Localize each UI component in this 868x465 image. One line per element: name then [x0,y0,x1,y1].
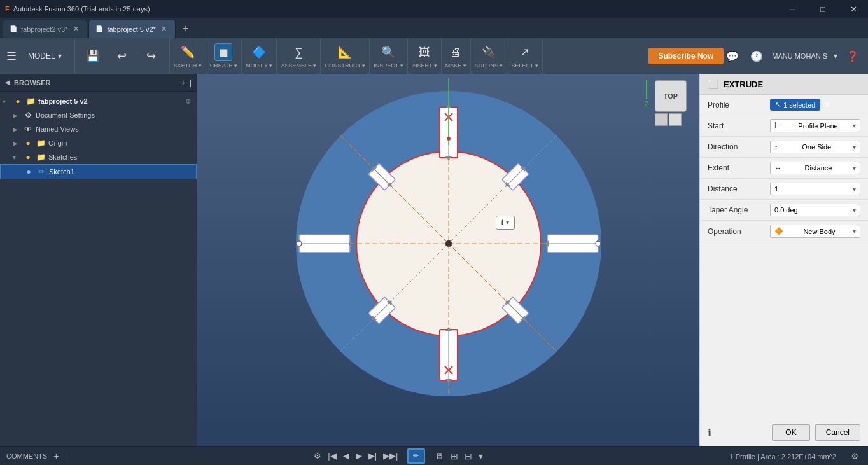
extent-dropdown[interactable]: ↔ Distance ▾ [770,162,860,174]
operation-dropdown-text: New Body [803,228,835,235]
timeline-tools-button[interactable]: ⚙ [311,450,324,462]
distance-input[interactable]: 1 ▾ [770,183,860,195]
start-value-container: ⊢ Profile Plane ▾ [770,119,860,132]
more-view-button[interactable]: ▾ [476,450,486,462]
create-button[interactable]: ◼ CREATE ▾ [210,43,237,69]
timeline-sketch1[interactable]: ✏ [407,448,425,464]
expand-arrow-origin: ▶ [13,140,20,147]
make-button[interactable]: 🖨 MAKE ▾ [445,43,466,69]
display-settings-button[interactable]: 🖥 [433,450,447,462]
info-icon[interactable]: ℹ [708,427,711,439]
tree-item-namedviews[interactable]: ▶ 👁 Named Views [0,122,197,136]
profile-selected-text: 1 selected [783,101,815,109]
new-tab-button[interactable]: + [177,20,195,38]
view-settings-button[interactable]: ⊟ [462,450,475,462]
distance-label: Distance [708,184,765,193]
timeline-next-all-button[interactable]: ▶▶| [381,450,400,462]
panel-title: EXTRUDE [724,80,763,89]
comments-add-button[interactable]: + [51,450,61,462]
timeline-sketch1-icon[interactable]: ✏ [407,448,425,464]
timeline-prev-button[interactable]: ◀ [340,450,352,462]
insert-button[interactable]: 🖼 INSERT ▾ [412,43,437,69]
help-button[interactable]: ❓ [844,48,862,65]
sketch-button[interactable]: ✏️ SKETCH ▾ [174,43,202,69]
timeline-play-button[interactable]: ▶ [353,450,365,462]
distance-input-floating[interactable]: t ▾ [496,216,515,230]
titlebar: F Autodesk Fusion 360 (Trial ends in 25 … [0,0,868,18]
menu-button[interactable]: ☰ [4,46,19,66]
select-button[interactable]: ↗ SELECT ▾ [511,43,538,69]
tab-label-2: fabproject 5 v2* [107,25,155,33]
cube-face-front[interactable] [669,113,682,126]
insert-label: INSERT ▾ [412,62,437,69]
maximize-button[interactable]: □ [808,0,837,18]
tab-close-1[interactable]: ✕ [71,25,80,34]
profile-clear-button[interactable]: ✕ [823,101,832,109]
svg-point-27 [297,241,302,246]
tab-fabproject2[interactable]: 📄 fabproject2 v3* ✕ [3,20,87,38]
operation-label: Operation [708,227,765,236]
tree-item-docsettings[interactable]: ▶ ⚙ Document Settings [0,108,197,122]
browser-add-button[interactable]: + [181,78,186,88]
history-button[interactable]: 🕐 [748,48,766,65]
timeline-next-button[interactable]: ▶| [366,450,379,462]
model-button[interactable]: MODEL ▾ [22,49,68,63]
cancel-button[interactable]: Cancel [815,424,860,441]
view-cube[interactable]: TOP [655,80,693,131]
settings-button[interactable]: ⚙ [848,450,862,462]
browser-collapse-button[interactable]: | [190,78,192,87]
cube-face-left[interactable] [655,113,668,126]
make-label: MAKE ▾ [445,62,466,69]
close-button[interactable]: ✕ [839,0,868,18]
select-group: ↗ SELECT ▾ [507,38,542,74]
sketch-group: ✏️ SKETCH ▾ [170,38,206,74]
expand-arrow-sketches: ▾ [13,154,20,161]
minimize-button[interactable]: ─ [778,0,807,18]
undo-icon: ↩ [113,47,131,65]
addins-label: ADD-INS ▾ [475,62,503,69]
settings-icon: ⚙ [23,110,33,120]
tree-item-origin[interactable]: ▶ ● 📁 Origin [0,136,197,150]
addins-button[interactable]: 🔌 ADD-INS ▾ [475,43,503,69]
grid-settings-button[interactable]: ⊞ [448,450,461,462]
ok-button[interactable]: OK [772,424,809,441]
tab-close-2[interactable]: ✕ [160,25,169,34]
modify-button[interactable]: 🔷 MODIFY ▾ [246,43,272,69]
subscribe-button[interactable]: Subscribe Now [648,48,724,64]
save-button[interactable]: 💾 [79,45,107,67]
tree-item-sketches[interactable]: ▾ ● 📁 Sketches [0,150,197,164]
tab-fabproject5[interactable]: 📄 fabproject 5 v2* ✕ [88,20,175,38]
panel-actions-row: ℹ OK Cancel [700,419,868,446]
start-row: Start ⊢ Profile Plane ▾ [700,115,868,137]
extrude-panel: ⬜ EXTRUDE Profile ↖ 1 selected ✕ Start ⊢… [699,74,868,446]
bottom-right: 1 Profile | Area : 2.212E+04 mm^2 ⚙ [730,450,862,462]
tree-item-sketch1[interactable]: ● ✏ Sketch1 [0,164,197,179]
profile-selected-badge[interactable]: ↖ 1 selected [770,99,820,111]
construct-icon: 📐 [336,43,354,61]
assemble-button[interactable]: ∑ ASSEMBLE ▾ [281,43,316,69]
profile-cursor-icon: ↖ [775,101,781,109]
construct-button[interactable]: 📐 CONSTRUCT ▾ [325,43,365,69]
expand-arrow-namedviews: ▶ [13,126,20,133]
sketches-icon: ● [23,152,33,162]
inspect-button[interactable]: 🔍 INSPECT ▾ [374,43,403,69]
tree-item-root[interactable]: ▾ ● 📁 fabproject 5 v2 ⚙ [0,94,197,108]
inspect-group: 🔍 INSPECT ▾ [370,38,407,74]
cube-label-top: TOP [664,92,678,100]
taper-input[interactable]: 0.0 deg ▾ [770,204,860,216]
operation-dropdown[interactable]: 🔶 New Body ▾ [770,225,860,238]
cube-face-top[interactable]: TOP [655,80,687,112]
svg-point-46 [447,137,451,141]
profile-value-container: ↖ 1 selected ✕ [770,99,860,111]
modify-icon: 🔷 [250,43,268,61]
model-arrow: ▾ [58,52,62,60]
direction-dropdown[interactable]: ↕ One Side ▾ [770,141,860,153]
direction-value-container: ↕ One Side ▾ [770,141,860,153]
start-dropdown[interactable]: ⊢ Profile Plane ▾ [770,119,860,132]
undo-button[interactable]: ↩ [108,45,136,67]
timeline-prev-all-button[interactable]: |◀ [325,450,339,462]
viewport[interactable]: t ▾ TOP Z [197,74,699,446]
chat-button[interactable]: 💬 [724,48,741,65]
redo-button[interactable]: ↪ [137,45,165,67]
tree-options-root[interactable]: ⚙ [185,97,192,106]
